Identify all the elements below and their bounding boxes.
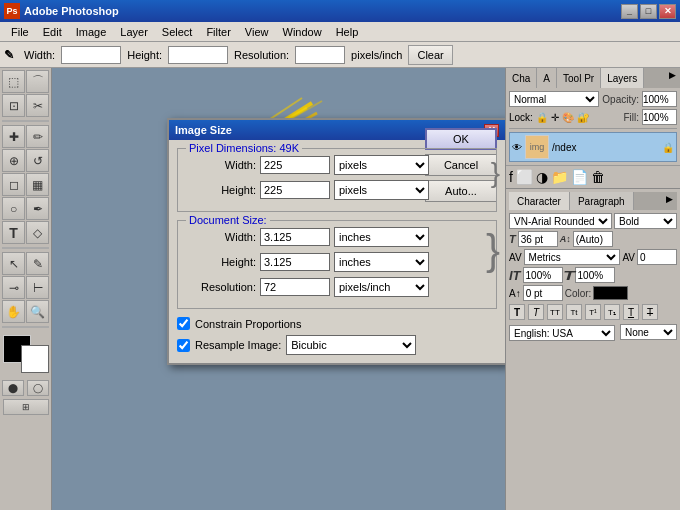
hand-tool[interactable]: ✋ [2,300,25,323]
leading-input[interactable] [573,231,613,247]
layer-style-button[interactable]: f [509,169,513,185]
pixel-width-label: Width: [186,159,256,171]
opacity-input[interactable] [642,91,677,107]
crop-tool[interactable]: ⊡ [2,94,25,117]
horizontal-scale-input[interactable] [575,267,615,283]
slice-tool[interactable]: ✂ [26,94,49,117]
pixel-height-input[interactable] [260,181,330,199]
menu-edit[interactable]: Edit [36,24,69,40]
marquee-tool[interactable]: ⬚ [2,70,25,93]
font-size-input[interactable] [518,231,558,247]
vertical-scale-input[interactable] [523,267,563,283]
antialiasing-select[interactable]: None Sharp Crisp Strong Smooth [620,324,677,340]
font-family-select[interactable]: VN-Arial Rounded [509,213,612,229]
eyedropper-tool[interactable]: ⊸ [2,276,25,299]
adjustment-layer-button[interactable]: ◑ [536,169,548,185]
font-style-select[interactable]: Bold Regular Italic [614,213,677,229]
resample-method-select[interactable]: Bicubic Nearest Neighbor Bilinear Bicubi… [286,335,416,355]
superscript-format-button[interactable]: T¹ [585,304,601,320]
screen-mode[interactable]: ⊞ [3,399,49,415]
char-panel-menu[interactable]: ▶ [662,192,677,210]
pixel-width-input[interactable] [260,156,330,174]
blend-mode-select[interactable]: Normal Multiply Screen [509,91,599,107]
blend-mode-row: Normal Multiply Screen Opacity: [509,91,677,107]
measure-tool[interactable]: ⊢ [26,276,49,299]
bold-format-button[interactable]: T [509,304,525,320]
menu-view[interactable]: View [238,24,276,40]
tab-layers[interactable]: Layers [601,68,644,88]
healing-tool[interactable]: ✚ [2,125,25,148]
menu-image[interactable]: Image [69,24,114,40]
resolution-unit-select[interactable]: pixels/inch pixels/cm [334,277,429,297]
maximize-button[interactable]: □ [640,4,657,19]
tab-toolpresets[interactable]: Tool Pr [557,68,601,88]
resolution-input[interactable] [295,46,345,64]
zoom-tool[interactable]: 🔍 [26,300,49,323]
tab-channels[interactable]: Cha [506,68,537,88]
doc-width-input[interactable] [260,228,330,246]
allcaps-format-button[interactable]: TT [547,304,563,320]
window-controls: _ □ ✕ [621,4,676,19]
eraser-tool[interactable]: ◻ [2,173,25,196]
dodge-tool[interactable]: ○ [2,197,25,220]
annotation-tool[interactable]: ✎ [26,252,49,275]
ok-button[interactable]: OK [425,128,497,150]
constrain-proportions-checkbox[interactable] [177,317,190,330]
layer-mask-button[interactable]: ⬜ [516,169,533,185]
tab-character[interactable]: Character [509,192,570,210]
standard-mode[interactable]: ◯ [27,380,49,396]
delete-layer-button[interactable]: 🗑 [591,169,605,185]
italic-format-button[interactable]: T [528,304,544,320]
app-title: Adobe Photoshop [24,5,119,17]
resolution-field-input[interactable] [260,278,330,296]
tab-a[interactable]: A [537,68,557,88]
width-input[interactable] [61,46,121,64]
menu-help[interactable]: Help [329,24,366,40]
layers-panel-menu[interactable]: ▶ [665,68,680,88]
kerning-select[interactable]: Metrics Optical 0 [524,249,621,265]
language-select[interactable]: English: USA [509,325,615,341]
color-swatch[interactable] [593,286,628,300]
menu-select[interactable]: Select [155,24,200,40]
menu-file[interactable]: File [4,24,36,40]
resample-image-checkbox[interactable] [177,339,190,352]
pixel-width-unit-select[interactable]: pixels percent [334,155,429,175]
layer-group-button[interactable]: 📁 [551,169,568,185]
doc-height-unit-select[interactable]: inches cm mm points picas percent [334,252,429,272]
doc-height-input[interactable] [260,253,330,271]
lasso-tool[interactable]: ⌒ [26,70,49,93]
baseline-input[interactable] [523,285,563,301]
brush-tool[interactable]: ✏ [26,125,49,148]
close-button[interactable]: ✕ [659,4,676,19]
menu-window[interactable]: Window [276,24,329,40]
quick-mask-mode[interactable]: ⬤ [2,380,24,396]
path-selection-tool[interactable]: ↖ [2,252,25,275]
new-layer-button[interactable]: 📄 [571,169,588,185]
menu-layer[interactable]: Layer [113,24,155,40]
pen-tool[interactable]: ✒ [26,197,49,220]
stamp-tool[interactable]: ⊕ [2,149,25,172]
clear-button[interactable]: Clear [408,45,452,65]
document-size-label: Document Size: [186,214,270,226]
text-tool[interactable]: T [2,221,25,244]
smallcaps-format-button[interactable]: Tt [566,304,582,320]
underline-format-button[interactable]: T [623,304,639,320]
strikethrough-format-button[interactable]: T [642,304,658,320]
shape-tool[interactable]: ◇ [26,221,49,244]
height-input[interactable] [168,46,228,64]
resample-image-row: Resample Image: Bicubic Nearest Neighbor… [177,335,497,355]
tab-paragraph[interactable]: Paragraph [570,192,634,210]
layer-visibility-icon[interactable]: 👁 [512,142,522,153]
pixel-height-unit-select[interactable]: pixels percent [334,180,429,200]
fill-input[interactable] [642,109,677,125]
doc-width-unit-select[interactable]: inches cm mm points picas percent [334,227,429,247]
background-color[interactable] [21,345,49,373]
tracking-input[interactable] [637,249,677,265]
menu-filter[interactable]: Filter [199,24,237,40]
minimize-button[interactable]: _ [621,4,638,19]
gradient-tool[interactable]: ▦ [26,173,49,196]
history-tool[interactable]: ↺ [26,149,49,172]
subscript-format-button[interactable]: T₁ [604,304,620,320]
layer-item[interactable]: 👁 img /ndex 🔒 [509,132,677,162]
color-selector[interactable] [3,335,49,373]
